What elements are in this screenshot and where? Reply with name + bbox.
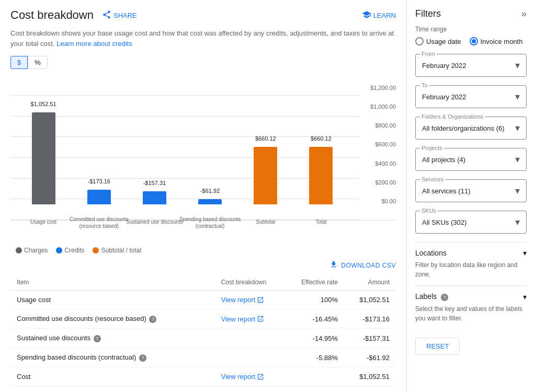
y-label: $0.00	[381, 198, 396, 204]
table-row: Usage cost View report 100% $1,052.51	[10, 291, 396, 309]
projects-dropdown[interactable]: Projects All projects (4) ▾	[415, 148, 527, 171]
row-amount: -$173.16	[344, 309, 396, 329]
y-label: $800.00	[375, 122, 396, 129]
folders-dropdown-arrow: ▾	[515, 122, 520, 134]
legend-dot-subtotal	[93, 247, 99, 253]
learn-more-link[interactable]: Learn more about credits	[56, 40, 132, 48]
radio-label-usage-date: Usage date	[426, 38, 461, 45]
services-dropdown-arrow: ▾	[515, 185, 520, 197]
labels-help-icon[interactable]: ?	[441, 294, 448, 301]
from-dropdown[interactable]: From February 2022 ▾	[415, 54, 527, 77]
share-button[interactable]: SHARE	[102, 10, 137, 21]
bar-committed-use: -$173.16 Committed use discounts(resourc…	[71, 190, 127, 204]
row-amount: -$157.31	[344, 329, 396, 348]
col-cost-breakdown: Cost breakdown	[215, 274, 285, 291]
bar-x-label: Usage cost	[30, 218, 56, 225]
view-report-link[interactable]: View report	[221, 296, 279, 304]
learn-button[interactable]: LEARN	[362, 10, 396, 21]
view-report-link[interactable]: View report	[221, 373, 279, 381]
labels-section: Labels ? ▾ Select the key and values of …	[415, 285, 527, 329]
legend-label-subtotal: Subtotal / total	[101, 247, 141, 254]
dollar-toggle[interactable]: $	[10, 56, 28, 69]
chart-area: $1,200.00 $1,000.00 $800.00 $600.00 $400…	[10, 74, 396, 221]
bar-x-label: Total	[315, 218, 326, 225]
reset-button[interactable]: RESET	[415, 338, 460, 355]
learn-icon	[362, 10, 371, 21]
to-dropdown-arrow: ▾	[515, 91, 520, 102]
projects-value: All projects (4)	[422, 156, 465, 164]
cost-table: Item Cost breakdown Effective rate Amoun…	[10, 274, 396, 392]
to-value: February 2022	[422, 93, 466, 101]
filters-sidebar: Filters » Time range Usage date Invoice …	[407, 0, 535, 392]
y-label: $1,000.00	[370, 103, 396, 110]
col-item: Item	[10, 274, 215, 291]
folders-dropdown[interactable]: Folders & Organizations All folders/orga…	[415, 117, 527, 140]
filters-title: Filters »	[415, 8, 527, 19]
row-effective-rate: -37.28%	[285, 386, 344, 393]
to-label: To	[420, 82, 429, 88]
row-effective-rate	[285, 367, 344, 386]
y-label: $600.00	[375, 141, 396, 147]
labels-header[interactable]: Labels ? ▾	[415, 292, 527, 301]
bar-x-label: Committed use discounts(resource based)	[70, 216, 128, 229]
col-amount: Amount	[344, 274, 396, 291]
y-label: $400.00	[375, 160, 396, 167]
bar-blue	[143, 191, 166, 204]
share-label: SHARE	[113, 11, 137, 19]
radio-inner-invoice-month	[472, 39, 476, 43]
help-icon[interactable]: ?	[139, 354, 146, 362]
row-item: Committed use discounts (resource based)…	[10, 309, 215, 329]
bar-x-label: Sustained use discounts	[126, 218, 183, 225]
page-header: Cost breakdown SHARE LEARN	[10, 8, 396, 22]
row-item: Spending based discounts (contractual) ?	[10, 348, 215, 367]
row-amount: $1,052.51	[344, 367, 396, 386]
radio-usage-date[interactable]: Usage date	[415, 37, 461, 45]
legend-credits: Credits	[56, 247, 84, 254]
skus-value: All SKUs (302)	[422, 218, 466, 226]
skus-filter: SKUs All SKUs (302) ▾	[415, 211, 527, 234]
row-effective-rate: 100%	[285, 291, 344, 309]
row-cost-breakdown: View report	[215, 367, 285, 386]
labels-title: Labels ?	[415, 292, 448, 301]
projects-dropdown-arrow: ▾	[515, 154, 520, 165]
row-effective-rate: -14.95%	[285, 329, 344, 348]
locations-collapse-icon: ▾	[523, 249, 527, 257]
table-header-row: Item Cost breakdown Effective rate Amoun…	[10, 274, 396, 291]
row-item: Sustained use discounts ?	[10, 329, 215, 348]
services-filter: Services All services (11) ▾	[415, 179, 527, 202]
locations-header[interactable]: Locations ▾	[415, 249, 527, 257]
skus-dropdown[interactable]: SKUs All SKUs (302) ▾	[415, 211, 527, 234]
projects-label: Projects	[420, 145, 444, 151]
help-icon[interactable]: ?	[94, 335, 101, 342]
y-label: $200.00	[375, 179, 396, 186]
y-label: $1,200.00	[370, 85, 396, 91]
time-range-options: Usage date Invoice month	[415, 37, 527, 45]
share-icon	[102, 10, 111, 21]
bar-orange	[309, 147, 333, 204]
bar-value-label: -$173.16	[88, 178, 110, 185]
table-row: Spending based discounts (contractual) ?…	[10, 348, 396, 367]
radio-label-invoice-month: Invoice month	[481, 38, 523, 45]
help-icon[interactable]: ?	[149, 316, 156, 323]
percent-toggle[interactable]: %	[28, 56, 48, 69]
bar-value-label: -$157.31	[143, 180, 166, 186]
bar-orange	[254, 147, 277, 204]
chart-y-axis: $1,200.00 $1,000.00 $800.00 $600.00 $400…	[359, 74, 396, 220]
download-csv-button[interactable]: DOWNLOAD CSV	[329, 260, 396, 270]
row-amount: -$392.39	[344, 386, 396, 393]
view-report-link[interactable]: View report	[221, 315, 279, 323]
services-dropdown[interactable]: Services All services (11) ▾	[415, 179, 527, 202]
bar-blue	[198, 199, 222, 204]
radio-invoice-month[interactable]: Invoice month	[470, 37, 523, 45]
table-row: Committed use discounts (resource based)…	[10, 309, 396, 329]
legend-dot-charges	[16, 247, 22, 253]
from-label: From	[420, 51, 437, 57]
to-filter: To February 2022 ▾	[415, 85, 527, 108]
skus-dropdown-arrow: ▾	[515, 216, 520, 228]
skus-label: SKUs	[420, 207, 438, 214]
locations-content: Filter by location data like region and …	[415, 260, 527, 279]
collapse-filters-icon[interactable]: »	[521, 8, 527, 19]
bar-x-label: Subtotal	[256, 218, 275, 225]
to-dropdown[interactable]: To February 2022 ▾	[415, 85, 527, 108]
row-amount: $1,052.51	[344, 291, 396, 309]
